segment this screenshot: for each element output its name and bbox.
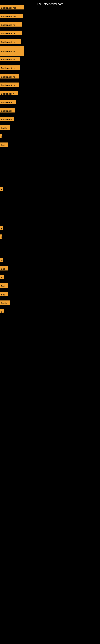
bottleneck-label-17: Bott [0,142,8,147]
bottleneck-label-3: Bottleneck re [0,22,22,26]
bottleneck-label-12: Bottleneck [0,100,16,104]
bottleneck-label-6: Bottleneck re [0,46,24,56]
bottleneck-label-24: Bott [0,283,8,288]
bottleneck-label-14: Bottleneck [0,117,14,121]
bottleneck-label-10: Bottleneck re [0,82,19,87]
bottleneck-label-2: Bottleneck res [0,14,23,18]
bottleneck-label-22: Bott [0,266,8,270]
bottleneck-label-1: Bottleneck res [0,5,24,10]
bottleneck-label-8: Bottleneck re [0,66,20,70]
bottleneck-label-19: B [0,226,3,230]
bottleneck-label-5: Bottleneck re [0,39,21,44]
bottleneck-label-21: B [0,258,3,262]
bottleneck-label-4: Bottleneck re [0,30,22,35]
bottleneck-label-16: | [0,134,2,138]
bottleneck-label-7: Bottleneck re [0,57,20,61]
bottleneck-label-11: Bottleneck n [0,91,18,96]
bottleneck-label-23: Bo [0,275,4,279]
bottleneck-label-18: B [0,187,3,191]
bottleneck-label-26: Bottle [0,300,10,305]
bottleneck-label-25: Bott [0,292,8,296]
bottleneck-label-15: Bottle [0,125,10,130]
bottleneck-label-13: Bottleneck [0,108,15,112]
bottleneck-label-20: | [0,234,2,239]
bottleneck-label-27: Bo [0,309,4,313]
bottleneck-label-9: Bottleneck re [0,74,19,78]
